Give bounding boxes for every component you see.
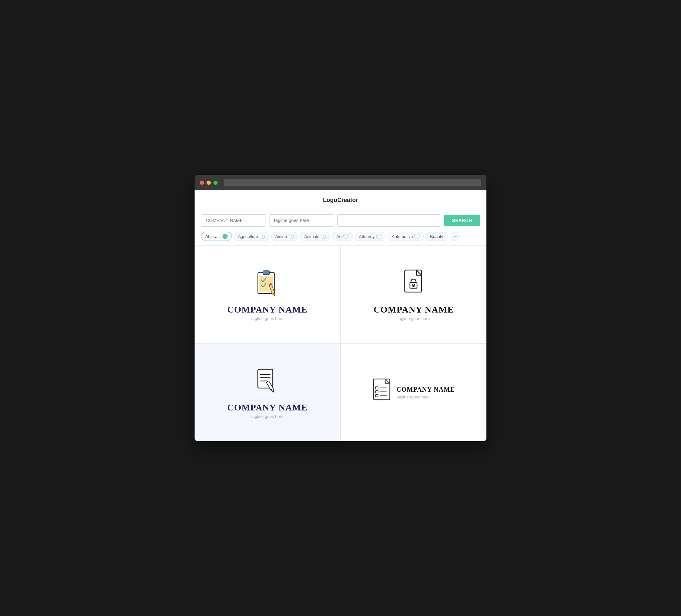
category-filter: Abstract ✓ Agriculture ✓ Airline ✓ Anima…: [195, 232, 486, 246]
check-outline-attorney: ✓: [376, 234, 381, 239]
check-outline-animals: ✓: [321, 234, 326, 239]
category-chip-agriculture[interactable]: Agriculture ✓: [234, 232, 269, 241]
check-outline-automotive: ✓: [414, 234, 420, 239]
browser-titlebar: [195, 175, 486, 190]
address-bar: [224, 179, 481, 186]
check-outline-art: ✓: [344, 234, 349, 239]
category-label-agriculture: Agriculture: [238, 234, 258, 239]
logo4-horizontal-layout: COMPANY NAME tagline goes here: [372, 378, 455, 408]
next-categories-button[interactable]: →: [451, 232, 460, 241]
category-label-art: Art: [336, 234, 342, 239]
category-label-abstract: Abstract: [205, 234, 221, 239]
category-chip-attorney[interactable]: Attorney ✓: [355, 232, 385, 241]
checklist-document-icon: [372, 378, 392, 402]
logo-card-3[interactable]: COMPANY NAME tagline goes here: [195, 344, 340, 441]
app-content: LogoCreator SEARCH Abstract ✓ Agricultur…: [195, 190, 486, 441]
search-button[interactable]: SEARCH: [444, 215, 480, 226]
category-label-beauty: Beauty: [430, 234, 443, 239]
check-outline-agriculture: ✓: [260, 234, 265, 239]
clipboard-pencil-icon: [255, 269, 280, 299]
extra-search-input[interactable]: [337, 214, 441, 227]
browser-window: LogoCreator SEARCH Abstract ✓ Agricultur…: [195, 175, 486, 441]
logo4-company-name: COMPANY NAME: [396, 386, 455, 393]
logo-card-4[interactable]: COMPANY NAME tagline goes here: [341, 344, 486, 441]
category-label-animals: Animals: [304, 234, 319, 239]
logo-card-1[interactable]: COMPANY NAME tagline goes here: [195, 246, 340, 343]
category-chip-art[interactable]: Art ✓: [332, 232, 353, 241]
svg-rect-1: [263, 271, 270, 275]
category-chip-animals[interactable]: Animals ✓: [300, 232, 330, 241]
category-chip-automotive[interactable]: Automotive ✓: [387, 232, 424, 241]
category-label-automotive: Automotive: [392, 234, 413, 239]
logo1-tagline: tagline goes here: [251, 316, 284, 321]
maximize-button[interactable]: [213, 181, 218, 185]
document-pencil-icon: [255, 367, 280, 397]
category-label-attorney: Attorney: [359, 234, 375, 239]
category-chip-beauty[interactable]: Beauty: [426, 232, 447, 241]
logo3-tagline: tagline goes here: [251, 414, 284, 419]
close-button[interactable]: [200, 181, 204, 185]
category-label-airline: Airline: [275, 234, 287, 239]
logo1-company-name: COMPANY NAME: [227, 304, 308, 315]
logo3-company-name: COMPANY NAME: [227, 402, 308, 413]
search-bar: SEARCH: [195, 209, 486, 232]
logo-card-2[interactable]: COMPANY NAME tagline goes here: [341, 246, 486, 343]
company-name-input[interactable]: [201, 214, 266, 227]
category-chip-airline[interactable]: Airline ✓: [271, 232, 298, 241]
svg-point-14: [413, 285, 414, 286]
logo4-text-block: COMPANY NAME tagline goes here: [396, 386, 455, 400]
logo2-company-name: COMPANY NAME: [374, 304, 454, 315]
minimize-button[interactable]: [207, 181, 211, 185]
tagline-input[interactable]: [269, 214, 334, 227]
app-header: LogoCreator: [195, 190, 486, 209]
document-lock-icon: [401, 269, 427, 299]
check-icon-abstract: ✓: [223, 234, 228, 239]
category-chip-abstract[interactable]: Abstract ✓: [201, 232, 232, 241]
logo4-tagline: tagline goes here: [396, 394, 455, 400]
app-title: LogoCreator: [323, 197, 358, 203]
check-outline-airline: ✓: [288, 234, 294, 239]
logo2-tagline: tagline goes here: [398, 316, 430, 321]
logo-grid: COMPANY NAME tagline goes here: [195, 246, 486, 441]
